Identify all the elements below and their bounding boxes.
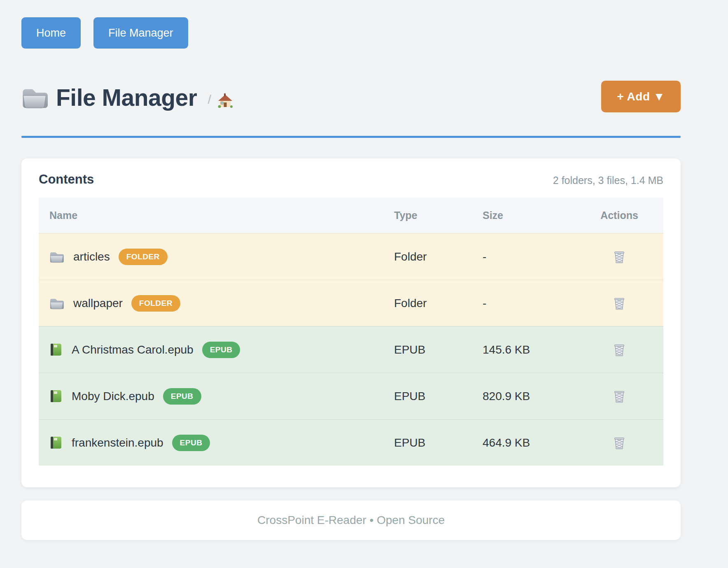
file-name[interactable]: articles: [73, 250, 110, 263]
type-badge: FOLDER: [119, 249, 168, 265]
wastebasket-icon: [613, 296, 626, 311]
breadcrumb-separator: /: [208, 93, 211, 107]
table-row[interactable]: wallpaper FOLDER Folder -: [39, 279, 663, 326]
wastebasket-icon: [613, 435, 626, 450]
table-row[interactable]: A Christmas Carol.epub EPUB EPUB 145.6 K…: [39, 326, 663, 372]
delete-button[interactable]: [611, 387, 628, 405]
column-header-size: Size: [483, 210, 575, 221]
type-badge: FOLDER: [131, 295, 180, 312]
size-cell: 820.9 KB: [483, 390, 575, 403]
contents-summary: 2 folders, 3 files, 1.4 MB: [553, 175, 663, 186]
contents-card: Contents 2 folders, 3 files, 1.4 MB Name…: [21, 158, 681, 487]
card-title: Contents: [39, 172, 94, 186]
title-row: File Manager / + Add ▼: [21, 78, 681, 117]
type-cell: Folder: [394, 297, 483, 310]
size-cell: 145.6 KB: [483, 343, 575, 356]
size-cell: -: [483, 297, 575, 310]
wastebasket-icon: [613, 342, 626, 357]
type-cell: EPUB: [394, 390, 483, 403]
file-manager-nav-button[interactable]: File Manager: [93, 17, 188, 49]
type-cell: EPUB: [394, 343, 483, 356]
accent-divider: [21, 136, 681, 138]
footer: CrossPoint E-Reader • Open Source: [21, 500, 681, 540]
wastebasket-icon: [613, 389, 626, 404]
type-badge: EPUB: [163, 388, 201, 405]
folder-icon: [49, 297, 64, 310]
file-table: Name Type Size Actions articles FOLDER F…: [39, 198, 663, 466]
delete-button[interactable]: [611, 341, 628, 359]
table-row[interactable]: articles FOLDER Folder -: [39, 233, 663, 279]
file-manager-page: Home File Manager File Manager / + Add ▼…: [0, 0, 728, 540]
delete-button[interactable]: [611, 248, 628, 266]
table-row[interactable]: frankenstein.epub EPUB EPUB 464.9 KB: [39, 419, 663, 466]
column-header-type: Type: [394, 210, 483, 221]
size-cell: -: [483, 250, 575, 263]
green-book-icon: [49, 389, 62, 403]
add-button[interactable]: + Add ▼: [601, 81, 681, 112]
type-cell: Folder: [394, 250, 483, 263]
footer-text: CrossPoint E-Reader • Open Source: [257, 514, 445, 527]
column-header-actions: Actions: [575, 210, 663, 221]
type-cell: EPUB: [394, 436, 483, 449]
green-book-icon: [49, 343, 62, 357]
folder-icon: [21, 86, 48, 109]
delete-button[interactable]: [611, 434, 628, 452]
file-name[interactable]: A Christmas Carol.epub: [72, 343, 194, 356]
file-name[interactable]: frankenstein.epub: [72, 436, 163, 449]
page-title: File Manager: [56, 84, 197, 111]
column-header-name: Name: [39, 210, 394, 221]
home-nav-button[interactable]: Home: [21, 17, 81, 49]
type-badge: EPUB: [202, 342, 240, 358]
file-name[interactable]: Moby Dick.epub: [72, 390, 154, 403]
table-header: Name Type Size Actions: [39, 198, 663, 233]
wastebasket-icon: [613, 249, 626, 264]
file-name[interactable]: wallpaper: [73, 297, 123, 310]
table-row[interactable]: Moby Dick.epub EPUB EPUB 820.9 KB: [39, 372, 663, 419]
house-icon[interactable]: [217, 93, 233, 108]
type-badge: EPUB: [172, 435, 210, 451]
delete-button[interactable]: [611, 294, 628, 312]
green-book-icon: [49, 436, 62, 450]
top-nav: Home File Manager: [21, 17, 681, 49]
folder-icon: [49, 251, 64, 263]
size-cell: 464.9 KB: [483, 436, 575, 449]
